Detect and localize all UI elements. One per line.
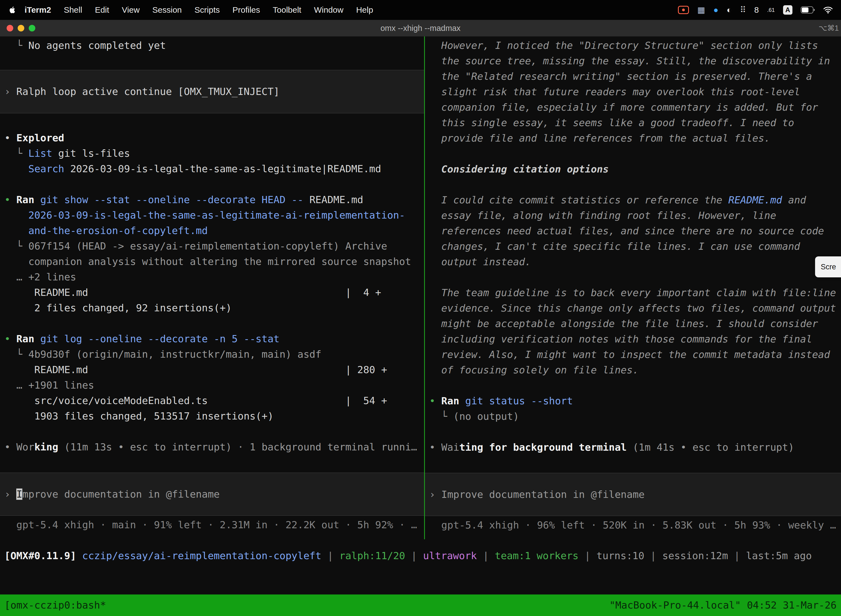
text-segment: git show --stat --oneline --decorate HEA… xyxy=(34,194,309,205)
text-segment: companion analysis without altering the … xyxy=(4,256,411,267)
text-segment: evidence. Since this change only affects… xyxy=(429,302,836,314)
reasoning-heading: Considering citation options xyxy=(425,161,841,177)
text-segment: Search xyxy=(28,163,64,175)
text-segment: Improve documentation in @filename xyxy=(441,489,645,500)
terminal-line: the "Related research writing" section i… xyxy=(425,69,841,84)
text-segment: › xyxy=(4,488,16,500)
wifi-icon[interactable] xyxy=(823,6,833,13)
prompt-input[interactable]: › Improve documentation in @filename xyxy=(0,472,424,516)
terminal-blank-line xyxy=(425,378,841,393)
dots-grid-icon[interactable]: ⠿ xyxy=(740,2,746,18)
text-segment: git ls-files xyxy=(52,148,130,159)
contrast-app-icon[interactable]: ◐ xyxy=(727,2,731,18)
text-segment xyxy=(4,163,28,175)
input-source-icon[interactable]: A xyxy=(783,5,793,15)
text-segment: 067f154 (HEAD -> essay/ai-reimplementati… xyxy=(28,241,387,252)
screen-recording-indicator[interactable] xyxy=(678,6,689,14)
menu-item-edit[interactable]: Edit xyxy=(89,2,116,18)
statusline-segment: [OMX#0.11.9] xyxy=(4,550,82,561)
statusline-segment: last:5m ago xyxy=(746,550,812,561)
menu-items: iTerm2ShellEditViewSessionScriptsProfile… xyxy=(18,2,379,18)
text-segment: I could cite commit statistics or refere… xyxy=(429,194,728,205)
menu-item-session[interactable]: Session xyxy=(146,2,188,18)
statusline-segment: team:1 workers xyxy=(495,550,578,561)
zoom-button[interactable] xyxy=(29,25,35,31)
menu-item-view[interactable]: View xyxy=(116,2,146,18)
menu-item-help[interactable]: Help xyxy=(350,2,379,18)
terminal[interactable]: └ No agents completed yet› Ralph loop ac… xyxy=(0,37,841,594)
text-segment: (no output) xyxy=(453,411,519,422)
text-segment xyxy=(429,163,441,175)
terminal-line: However, I noticed the "Directory Struct… xyxy=(425,38,841,53)
terminal-line: └ (no output) xyxy=(425,409,841,424)
terminal-line: and-the-erosion-of-copyleft.md xyxy=(0,223,424,238)
text-segment: Wor xyxy=(16,441,34,453)
battery-percent-label[interactable]: .61 xyxy=(767,2,775,18)
terminal-line: the source tree, missing the essay. Stil… xyxy=(425,53,841,69)
text-segment: • xyxy=(4,132,16,144)
text-segment: … +2 lines xyxy=(4,271,76,283)
text-segment: output instead. xyxy=(429,256,531,267)
tmux-session-label: [omx-cczip0:bash* xyxy=(4,597,106,613)
statusline-segment: | xyxy=(644,550,662,561)
text-segment: 2026-03-09-is-legal-the-same-as-legitima… xyxy=(4,210,405,221)
terminal-line: including verification notes with those … xyxy=(425,331,841,347)
statusline-segment: ralph:11/20 xyxy=(339,550,405,561)
keyboard-grid-icon[interactable]: ▦ xyxy=(697,2,705,18)
desktop: iTerm2ShellEditViewSessionScriptsProfile… xyxy=(0,0,841,616)
text-segment: (11m 13s • esc to interrupt) · 1 backgro… xyxy=(58,441,417,453)
text-segment: › xyxy=(4,86,16,97)
terminal-line: provide file and line references from th… xyxy=(425,131,841,146)
apple-menu-icon[interactable] xyxy=(8,6,15,14)
text-segment: king xyxy=(34,441,58,453)
menu-item-scripts[interactable]: Scripts xyxy=(188,2,226,18)
text-segment: └ xyxy=(4,241,28,252)
text-segment: this single essay, it seems like a good … xyxy=(429,117,794,128)
minimize-button[interactable] xyxy=(18,25,24,31)
text-segment: Ralph loop active continue [OMX_TMUX_INJ… xyxy=(16,86,280,97)
screen-share-overlay-button[interactable]: Scre xyxy=(815,257,841,277)
text-segment: including verification notes with those … xyxy=(429,333,812,345)
text-segment: README.md | 4 + xyxy=(4,287,381,298)
statusline-segment: | xyxy=(477,550,495,561)
terminal-line: review. Also, I might want to inspect th… xyxy=(425,347,841,362)
text-segment: gpt-5.4 xhigh · main · 91% left · 2.31M … xyxy=(4,519,417,531)
terminal-line: README.md | 4 + xyxy=(0,285,424,300)
text-segment: 2 files changed, 92 insertions(+) xyxy=(4,302,232,314)
menu-item-profiles[interactable]: Profiles xyxy=(226,2,266,18)
traffic-lights xyxy=(7,20,35,37)
text-segment: git status --short xyxy=(459,395,573,406)
menubar-status-icons: ▦●◐⠿8.61A xyxy=(678,2,833,18)
terminal-line: README.md | 280 + xyxy=(0,362,424,378)
text-segment: Ran xyxy=(441,395,459,406)
menu-item-iterm2[interactable]: iTerm2 xyxy=(18,2,57,18)
terminal-blank-line xyxy=(425,146,841,161)
terminal-line: of focusing solely on file lines. xyxy=(425,362,841,378)
close-button[interactable] xyxy=(7,25,13,31)
statusline-segment: | xyxy=(321,550,339,561)
prompt-input[interactable]: › Improve documentation in @filename xyxy=(425,473,841,516)
terminal-line: • Ran git status --short xyxy=(425,393,841,409)
window-titlebar[interactable]: omx --xhigh --madmax ⌥⌘1 xyxy=(0,20,841,37)
text-segment: of focusing solely on file lines. xyxy=(429,364,639,375)
text-segment: README.md xyxy=(309,194,363,205)
menu-item-shell[interactable]: Shell xyxy=(57,2,89,18)
battery-icon[interactable] xyxy=(801,6,815,13)
text-segment: and xyxy=(782,194,806,205)
text-segment: git log --oneline --decorate -n 5 --stat xyxy=(34,333,280,345)
terminal-line: … +2 lines xyxy=(0,269,424,285)
text-segment: gpt-5.4 xhigh · 96% left · 520K in · 5.8… xyxy=(429,519,836,531)
terminal-line: 1903 files changed, 513517 insertions(+) xyxy=(0,408,424,424)
water-drop-icon[interactable]: ● xyxy=(713,2,718,18)
menu-item-toolbelt[interactable]: Toolbelt xyxy=(267,2,308,18)
gauge-8-icon[interactable]: 8 xyxy=(755,2,759,18)
text-cursor: I xyxy=(16,488,22,500)
text-segment: Wai xyxy=(441,441,459,453)
pane-left: └ No agents completed yet› Ralph loop ac… xyxy=(0,37,424,539)
text-segment: mprove documentation in @filename xyxy=(22,488,220,500)
text-segment: README.md | 280 + xyxy=(4,364,387,375)
terminal-line: companion analysis without altering the … xyxy=(0,254,424,269)
menu-item-window[interactable]: Window xyxy=(308,2,350,18)
text-segment: review. Also, I might want to inspect th… xyxy=(429,349,830,360)
terminal-line: 2026-03-09-is-legal-the-same-as-legitima… xyxy=(0,208,424,223)
